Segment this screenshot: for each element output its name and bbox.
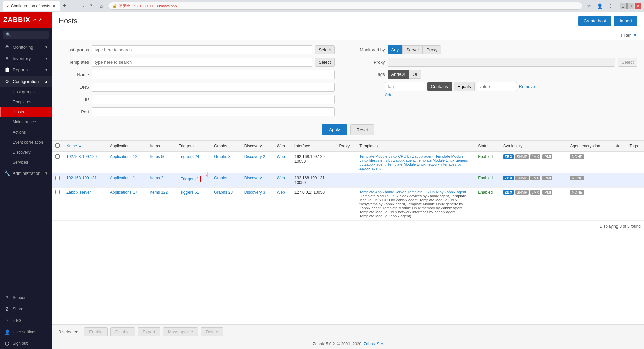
host-link[interactable]: Zabbix server <box>66 190 91 195</box>
host-groups-input[interactable] <box>92 45 312 54</box>
import-button[interactable]: Import <box>614 16 637 26</box>
name-column-header[interactable]: Name ▲ <box>63 141 107 152</box>
filter-icon[interactable]: ▼ <box>633 32 637 38</box>
sidebar-item-reports[interactable]: 📋 Reports ▼ <box>0 64 52 76</box>
host-link[interactable]: 192.168.199.129 <box>66 154 97 159</box>
maximize-button[interactable]: □ <box>627 3 634 9</box>
add-tag-link[interactable]: Add <box>385 92 638 97</box>
discovery-link[interactable]: Discovery 2 <box>244 154 265 159</box>
minimize-button[interactable]: _ <box>620 3 627 9</box>
triggers-link[interactable]: Triggers 1 <box>181 177 199 181</box>
sidebar-item-event-correlation[interactable]: Event correlation <box>0 137 52 147</box>
back-button[interactable]: ← <box>69 2 77 10</box>
host-groups-select-button[interactable]: Select <box>315 45 334 54</box>
graphs-link[interactable]: Graphs <box>214 176 227 180</box>
footer-link[interactable]: Zabbix SIA <box>364 342 383 346</box>
sidebar-item-share[interactable]: Z Share <box>0 303 52 315</box>
sidebar-item-actions[interactable]: Actions <box>0 127 52 137</box>
apply-button[interactable]: Apply <box>322 124 347 135</box>
tab-close-button[interactable]: ✕ <box>52 3 56 9</box>
name-input[interactable] <box>92 70 335 79</box>
items-link[interactable]: Items 2 <box>150 176 163 180</box>
graphs-link[interactable]: Graphs 8 <box>214 154 230 159</box>
sidebar-item-maintenance[interactable]: Maintenance <box>0 117 52 127</box>
sidebar-item-host-groups[interactable]: Host groups <box>0 87 52 97</box>
logo-collapse-icon[interactable]: « ↗ <box>33 17 42 23</box>
web-link[interactable]: Web <box>277 176 285 180</box>
close-button[interactable]: ✕ <box>635 3 641 9</box>
port-input[interactable] <box>92 107 335 116</box>
monitored-proxy-button[interactable]: Proxy <box>423 45 441 54</box>
web-link[interactable]: Web <box>277 154 285 159</box>
interface-cell: 192.168.199.131:10050 <box>291 173 336 188</box>
row-checkbox[interactable] <box>55 154 60 159</box>
menu-button[interactable]: ⋮ <box>606 2 614 10</box>
disable-button[interactable]: Disable <box>110 327 135 336</box>
templates-column-header: Templates <box>356 141 475 152</box>
sidebar-item-sign-out[interactable]: ⏻ Sign out <box>0 338 52 349</box>
reset-button[interactable]: Reset <box>350 124 374 135</box>
dns-input[interactable] <box>92 83 335 92</box>
triggers-link[interactable]: Triggers 61 <box>179 190 199 195</box>
tag-name-input[interactable] <box>385 82 425 91</box>
sidebar-item-hosts[interactable]: Hosts <box>0 107 52 117</box>
mass-update-button[interactable]: Mass update <box>163 327 198 336</box>
sidebar-item-templates[interactable]: Templates <box>0 97 52 107</box>
filter-label: Filter <box>621 33 631 38</box>
templates-select-button[interactable]: Select <box>315 58 334 67</box>
contains-button[interactable]: Contains <box>427 82 452 91</box>
host-link[interactable]: 192.168.199.131 <box>66 176 97 180</box>
sidebar-item-user-settings[interactable]: 👤 User settings <box>0 326 52 338</box>
forward-button[interactable]: → <box>78 2 87 10</box>
bookmarks-button[interactable]: ☆ <box>585 2 593 10</box>
ip-input[interactable] <box>92 95 335 104</box>
sidebar-item-services[interactable]: Services <box>0 157 52 167</box>
search-input[interactable] <box>3 31 49 39</box>
row-checkbox[interactable] <box>55 176 60 180</box>
sidebar-item-support[interactable]: ? Support <box>0 292 52 303</box>
tag-value-input[interactable] <box>477 82 517 91</box>
sidebar-item-configuration[interactable]: ⚙ Configuration ▲ <box>0 76 52 87</box>
discovery-link[interactable]: Discovery <box>244 176 262 180</box>
equals-button[interactable]: Equals <box>454 82 475 91</box>
sidebar-logo[interactable]: ZABBIX « ↗ <box>0 12 52 28</box>
browser-tab[interactable]: Z Configuration of hosts ✕ <box>3 1 60 11</box>
profile-button[interactable]: 👤 <box>596 2 604 10</box>
sidebar-item-discovery[interactable]: Discovery <box>0 147 52 157</box>
monitored-any-button[interactable]: Any <box>388 45 402 54</box>
template-link[interactable]: Template OS Linux by Zabbix agent <box>408 190 466 194</box>
home-button[interactable]: ⌂ <box>97 2 105 10</box>
applications-link[interactable]: Applications 12 <box>110 154 137 159</box>
proxy-input[interactable] <box>388 58 615 67</box>
triggers-link[interactable]: Triggers 24 <box>179 154 199 159</box>
template-link[interactable]: Template Module Linux CPU by Zabbix agen… <box>359 154 433 158</box>
address-bar[interactable]: 🔓 不安全 192.168.199.130/hosts.php <box>108 2 582 10</box>
sidebar-item-help[interactable]: ? Help <box>0 315 52 326</box>
enable-button[interactable]: Enable <box>84 327 107 336</box>
sidebar-item-administration[interactable]: 🔧 Administration ▼ <box>0 167 52 179</box>
remove-tag-link[interactable]: Remove <box>519 84 535 89</box>
create-host-button[interactable]: Create host <box>578 16 611 26</box>
new-tab-button[interactable]: + <box>63 2 66 9</box>
web-link[interactable]: Web <box>277 190 285 195</box>
items-link[interactable]: Items 50 <box>150 154 165 159</box>
tag-andor-button[interactable]: And/Or <box>388 70 409 79</box>
delete-button[interactable]: Delete <box>201 327 223 336</box>
items-link[interactable]: Items 122 <box>150 190 168 195</box>
sidebar-search[interactable] <box>0 28 52 41</box>
discovery-link[interactable]: Discovery 3 <box>244 190 265 195</box>
tag-or-button[interactable]: Or <box>409 70 421 79</box>
sidebar-item-inventory[interactable]: ≡ Inventory ▼ <box>0 53 52 64</box>
graphs-link[interactable]: Graphs 23 <box>214 190 233 195</box>
monitored-server-button[interactable]: Server <box>402 45 423 54</box>
sidebar-item-monitoring[interactable]: 👁 Monitoring ▼ <box>0 41 52 53</box>
templates-input[interactable] <box>92 58 312 67</box>
applications-link[interactable]: Applications 17 <box>110 190 137 195</box>
chevron-up-icon: ▲ <box>45 80 48 83</box>
reload-button[interactable]: ↻ <box>88 2 96 10</box>
select-all-checkbox[interactable] <box>55 143 60 148</box>
applications-link[interactable]: Applications 1 <box>110 176 135 180</box>
export-button[interactable]: Export <box>138 327 160 336</box>
row-checkbox[interactable] <box>55 190 60 194</box>
template-link[interactable]: Template App Zabbix Server <box>359 190 406 194</box>
